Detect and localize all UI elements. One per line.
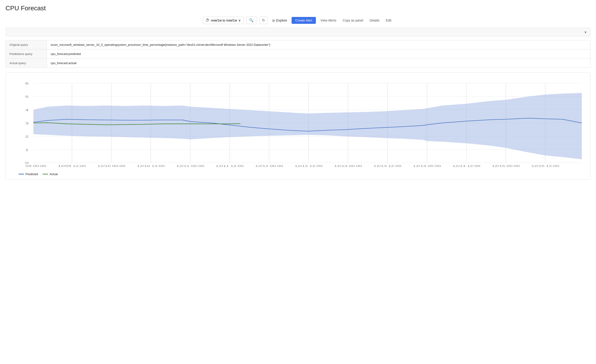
svg-text:3: 3 — [25, 122, 29, 125]
svg-text:12/13 00:00: 12/13 00:00 — [334, 165, 362, 167]
collapse-bar[interactable]: ∨ — [6, 28, 590, 36]
explore-label: Explore — [276, 19, 287, 22]
view-alerts-button[interactable]: View Alerts — [319, 17, 338, 24]
create-alert-button[interactable]: Create Alert — [291, 17, 316, 24]
svg-text:09 00:00: 09 00:00 — [26, 165, 46, 167]
chart-area: 0 1 2 3 4 5 6 — [9, 78, 587, 170]
legend-line-actual — [43, 174, 48, 175]
svg-text:4: 4 — [25, 108, 29, 112]
svg-text:12/10 12:00: 12/10 12:00 — [137, 165, 165, 167]
svg-text:0: 0 — [25, 161, 29, 165]
svg-text:12/09 12:00: 12/09 12:00 — [58, 165, 86, 167]
svg-text:12/12 00:00: 12/12 00:00 — [255, 165, 283, 167]
svg-text:12/15 00:00: 12/15 00:00 — [492, 165, 520, 167]
time-range-label: now/1w to now/1w — [211, 19, 237, 22]
time-range-picker[interactable]: ⏱ now/1w to now/1w ∨ — [203, 17, 244, 24]
zoom-out-icon: 🔍- — [249, 18, 254, 22]
legend-item-predicted: Predicted — [19, 172, 38, 176]
svg-text:1: 1 — [25, 148, 29, 152]
predictions-query-value: cpu_forecast:predicted — [47, 50, 590, 58]
details-button[interactable]: Details — [368, 17, 381, 24]
svg-text:5: 5 — [25, 95, 29, 98]
explore-button[interactable]: ◎ Explore — [270, 17, 289, 24]
query-row-predictions: Predictions query cpu_forecast:predicted — [6, 50, 590, 58]
chart-svg: 0 1 2 3 4 5 6 — [9, 78, 587, 170]
legend-label-predicted: Predicted — [25, 172, 38, 176]
legend-item-actual: Actual — [43, 172, 58, 176]
toolbar: ⏱ now/1w to now/1w ∨ 🔍- ↻ ◎ Explore Crea… — [6, 16, 590, 24]
edit-button[interactable]: Edit — [384, 17, 393, 24]
svg-text:2: 2 — [25, 135, 29, 138]
collapse-icon: ∨ — [584, 30, 587, 34]
explore-icon: ◎ — [272, 19, 275, 22]
refresh-icon: ↻ — [262, 18, 265, 22]
legend-label-actual: Actual — [50, 172, 58, 176]
query-table: Original query scom_microsoft_windows_se… — [6, 40, 590, 68]
page-title: CPU Forecast — [6, 5, 590, 12]
svg-text:12/14 12:00: 12/14 12:00 — [452, 165, 480, 167]
svg-text:12/13 12:00: 12/13 12:00 — [373, 165, 402, 167]
copy-as-panel-button[interactable]: Copy as panel — [341, 17, 365, 24]
chart-container: 0 1 2 3 4 5 6 — [6, 72, 590, 180]
clock-icon: ⏱ — [206, 18, 209, 22]
refresh-button[interactable]: ↻ — [260, 16, 268, 24]
query-row-actual: Actual query cpu_forecast:actual — [6, 58, 590, 67]
zoom-out-button[interactable]: 🔍- — [246, 16, 257, 24]
actual-query-label: Actual query — [6, 58, 47, 67]
legend-line-predicted — [19, 174, 24, 175]
svg-text:12/11 12:00: 12/11 12:00 — [216, 165, 244, 167]
original-query-value: scom_microsoft_windows_server_10_0_opera… — [47, 40, 590, 49]
query-row-original: Original query scom_microsoft_windows_se… — [6, 40, 590, 50]
predictions-query-label: Predictions query — [6, 50, 47, 58]
svg-text:6: 6 — [25, 82, 29, 85]
chevron-down-icon: ∨ — [238, 19, 241, 22]
actual-query-value: cpu_forecast:actual — [47, 58, 590, 67]
svg-text:12/14 00:00: 12/14 00:00 — [413, 165, 441, 167]
svg-text:12/15 12:00: 12/15 12:00 — [531, 165, 559, 167]
svg-text:12/10 00:00: 12/10 00:00 — [97, 165, 125, 167]
svg-text:12/12 12:00: 12/12 12:00 — [295, 165, 322, 167]
original-query-label: Original query — [6, 40, 47, 49]
chart-legend: Predicted Actual — [9, 172, 587, 176]
svg-text:12/11 00:00: 12/11 00:00 — [176, 165, 204, 167]
